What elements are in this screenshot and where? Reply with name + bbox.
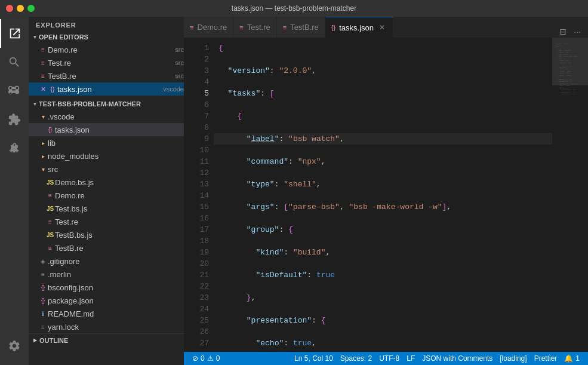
spaces-label: Spaces: 2 <box>340 354 372 363</box>
info-icon: ℹ <box>38 309 48 318</box>
gitignore-icon: ◈ <box>38 256 48 266</box>
demo-bs-js-file[interactable]: JS Demo.bs.js <box>29 176 184 189</box>
lib-folder[interactable]: ▸ lib <box>29 136 184 149</box>
prettier-status[interactable]: Prettier <box>531 352 561 365</box>
src-folder[interactable]: ▾ src <box>29 162 184 176</box>
file-icon: ≡ <box>38 45 48 54</box>
json-icon: {} <box>38 283 48 292</box>
file-icon: ≡ <box>38 71 48 81</box>
encoding-status[interactable]: UTF-8 <box>375 352 403 365</box>
tab-tasks-json[interactable]: {} tasks.json ✕ <box>325 17 393 38</box>
split-editor-button[interactable]: ⊟ <box>557 26 569 38</box>
open-editor-tasks-json[interactable]: ✕ {} tasks.json .vscode <box>29 82 184 96</box>
gitignore-file[interactable]: ◈ .gitignore <box>29 254 184 268</box>
readme-file[interactable]: ℹ README.md <box>29 307 184 320</box>
explorer-icon[interactable] <box>0 19 29 48</box>
file-label: yarn.lock <box>48 323 184 332</box>
file-label: TestB.bs.js <box>55 231 184 240</box>
project-section[interactable]: ▾ TEST-BSB-PROBLEM-MATCHER <box>29 98 184 110</box>
testb-re-file[interactable]: ≡ TestB.re <box>29 241 184 254</box>
extensions-icon[interactable] <box>0 105 29 134</box>
re-icon: ≡ <box>45 243 55 253</box>
merlin-file[interactable]: ≡ .merlin <box>29 268 184 281</box>
minimize-button[interactable] <box>17 5 24 12</box>
settings-icon[interactable] <box>0 332 29 360</box>
spaces-status[interactable]: Spaces: 2 <box>337 352 375 365</box>
merlin-icon: ≡ <box>38 269 48 279</box>
file-label: README.md <box>48 309 184 318</box>
re-icon: ≡ <box>45 191 55 200</box>
search-icon[interactable] <box>0 48 29 76</box>
minimap-content: { "version": "2.0.0", "tasks": [ { "labe… <box>552 38 588 101</box>
activity-bar <box>0 17 29 365</box>
open-editors-section[interactable]: ▾ OPEN EDITORS <box>29 31 184 43</box>
outline-label: OUTLINE <box>39 337 68 344</box>
test-bs-js-file[interactable]: JS Test.bs.js <box>29 202 184 215</box>
tasks-json-file[interactable]: {} tasks.json <box>29 123 184 136</box>
folder-open-icon: ▾ <box>38 164 48 174</box>
editor-area: ≡ Demo.re ≡ Test.re ≡ TestB.re {} tasks.… <box>184 17 588 365</box>
tab-label: TestB.re <box>290 23 319 32</box>
code-editor[interactable]: { "version": "2.0.0", "tasks": [ { "labe… <box>214 38 552 352</box>
open-editor-testb-re[interactable]: ≡ TestB.re src <box>29 69 184 82</box>
open-editors-arrow: ▾ <box>33 34 36 40</box>
open-editor-label: TestB.re <box>48 72 173 81</box>
maximize-button[interactable] <box>27 5 35 12</box>
tab-label: tasks.json <box>339 23 374 32</box>
tab-actions: ⊟ ··· <box>552 26 588 38</box>
yarn-lock-file[interactable]: ≡ yarn.lock <box>29 320 184 333</box>
tab-json-icon: {} <box>331 24 335 31</box>
demo-re-file[interactable]: ≡ Demo.re <box>29 189 184 202</box>
tab-re-icon: ≡ <box>283 24 287 31</box>
tab-label: Test.re <box>247 23 270 32</box>
open-editor-demo-re[interactable]: ≡ Demo.re src <box>29 43 184 56</box>
outline-section[interactable]: ▸ OUTLINE <box>29 333 184 346</box>
traffic-lights <box>6 5 35 12</box>
eol-status[interactable]: LF <box>403 352 418 365</box>
close-icon: ✕ <box>38 85 48 93</box>
file-label: bsconfig.json <box>48 283 184 292</box>
eol-label: LF <box>407 354 415 363</box>
open-editor-label: tasks.json <box>57 85 159 94</box>
bsconfig-json-file[interactable]: {} bsconfig.json <box>29 281 184 294</box>
editor[interactable]: 1 2 3 4 5 6 7 8 9 10 11 12 13 14 15 16 1… <box>184 38 588 352</box>
open-editor-badge: src <box>175 59 184 66</box>
open-editor-badge: .vscode <box>161 85 184 93</box>
testb-bs-js-file[interactable]: JS TestB.bs.js <box>29 228 184 241</box>
language-label: JSON with Comments <box>422 354 492 363</box>
test-re-file[interactable]: ≡ Test.re <box>29 215 184 228</box>
open-editor-label: Demo.re <box>48 45 173 54</box>
folder-label: src <box>48 165 184 174</box>
bell-icon: 🔔 <box>564 354 573 363</box>
source-control-icon[interactable] <box>0 76 29 105</box>
tab-close-button[interactable]: ✕ <box>377 23 387 32</box>
sidebar: EXPLORER ▾ OPEN EDITORS ≡ Demo.re src ≡ … <box>29 17 184 365</box>
tab-testb-re[interactable]: ≡ TestB.re <box>277 17 325 38</box>
file-label: Test.re <box>55 217 184 226</box>
debug-icon[interactable] <box>0 134 29 162</box>
vscode-folder[interactable]: ▾ .vscode <box>29 110 184 123</box>
position-label: Ln 5, Col 10 <box>294 354 333 363</box>
open-editor-test-re[interactable]: ≡ Test.re src <box>29 56 184 69</box>
minimap: { "version": "2.0.0", "tasks": [ { "labe… <box>552 38 588 352</box>
folder-icon: ▸ <box>38 138 48 148</box>
close-button[interactable] <box>6 5 13 12</box>
warning-count: 0 <box>216 354 220 363</box>
tab-test-re[interactable]: ≡ Test.re <box>233 17 276 38</box>
package-json-file[interactable]: {} package.json <box>29 294 184 307</box>
project-arrow: ▾ <box>33 101 36 107</box>
loading-label: [loading] <box>500 354 527 363</box>
open-editors-label: OPEN EDITORS <box>39 33 88 41</box>
more-actions-button[interactable]: ··· <box>571 26 583 38</box>
language-status[interactable]: JSON with Comments <box>418 352 496 365</box>
node-modules-folder[interactable]: ▸ node_modules <box>29 149 184 162</box>
errors-status[interactable]: ⊘ 0 ⚠ 0 <box>189 352 223 365</box>
error-count: 0 <box>201 354 205 363</box>
prettier-label: Prettier <box>534 354 558 363</box>
position-status[interactable]: Ln 5, Col 10 <box>291 352 337 365</box>
notifications-status[interactable]: 🔔 1 <box>561 352 583 365</box>
open-editor-badge: src <box>175 46 184 53</box>
tab-demo-re[interactable]: ≡ Demo.re <box>184 17 233 38</box>
file-label: package.json <box>48 296 184 305</box>
js-icon: JS <box>45 204 55 213</box>
